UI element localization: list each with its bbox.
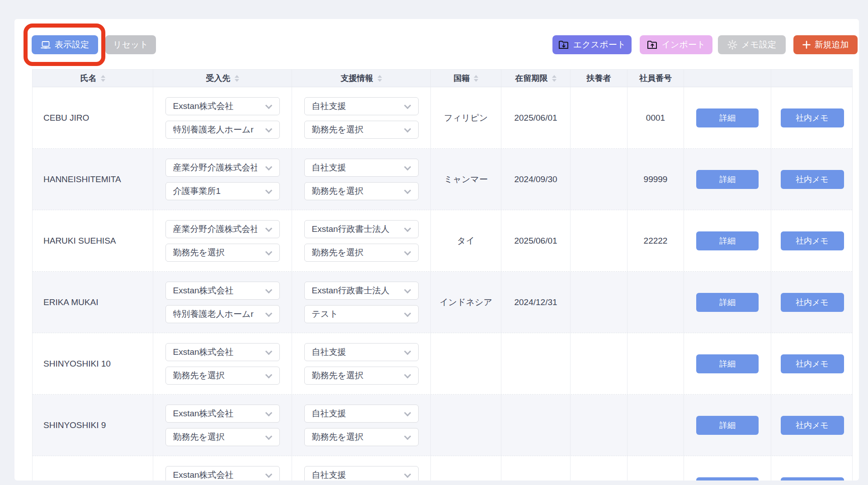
accept-office-select[interactable]: 特別養護老人ホームr [165, 121, 280, 139]
support-office-select[interactable]: 勤務先を選択 [304, 367, 419, 385]
accept-destination-cell: 産業分野介護株式会社 勤務先を選択 [153, 210, 292, 271]
internal-memo-button[interactable]: 社内メモ [781, 231, 844, 250]
sort-arrows-icon [101, 75, 105, 82]
support-office-value: 勤務先を選択 [312, 370, 363, 381]
employee-number-cell [627, 395, 684, 456]
column-header-2[interactable]: 支援情報 [292, 70, 431, 87]
internal-memo-button[interactable]: 社内メモ [781, 354, 844, 373]
reset-label: リセット [113, 39, 148, 51]
table-row: CEBU JIRO Exstan株式会社 特別養護老人ホームr 自社支援 勤務先… [33, 87, 852, 149]
accept-company-select[interactable]: Exstan株式会社 [165, 97, 280, 115]
accept-office-select[interactable]: 勤務先を選択 [165, 367, 280, 385]
detail-cell: 詳細 [684, 87, 771, 148]
support-company-select[interactable]: Exstan行政書士法人 [304, 282, 419, 300]
employee-name-cell: HANNEISHITEMITA [33, 149, 153, 210]
detail-button[interactable]: 詳細 [696, 231, 759, 250]
accept-destination-cell: Exstan株式会社 特別養護老人ホームr [153, 87, 292, 148]
employee-name-cell: CEBU JIRO [33, 87, 153, 148]
accept-destination-cell: 産業分野介護株式会社 介護事業所1 [153, 149, 292, 210]
employee-name-cell: SHINYOSHIKI 9 [33, 395, 153, 456]
display-settings-button[interactable]: 表示設定 [32, 35, 98, 54]
accept-company-select[interactable]: Exstan株式会社 [165, 466, 280, 480]
detail-button[interactable]: 詳細 [696, 108, 759, 127]
table-row: HARUKI SUEHISA 産業分野介護株式会社 勤務先を選択 Exstan行… [33, 210, 852, 272]
internal-memo-button[interactable]: 社内メモ [781, 477, 844, 481]
chevron-down-icon [404, 187, 411, 194]
column-header-7 [684, 70, 771, 87]
detail-button[interactable]: 詳細 [696, 293, 759, 312]
memo-cell: 社内メモ [771, 149, 853, 210]
table-row: SHINYOSHIKI 10 Exstan株式会社 勤務先を選択 自社支援 勤務… [33, 333, 852, 395]
internal-memo-button[interactable]: 社内メモ [781, 293, 844, 312]
column-header-label: 支援情報 [341, 73, 373, 84]
chevron-down-icon [265, 249, 272, 256]
internal-memo-button[interactable]: 社内メモ [781, 108, 844, 127]
column-header-3[interactable]: 国籍 [431, 70, 501, 87]
detail-button[interactable]: 詳細 [696, 354, 759, 373]
column-header-label: 在留期限 [515, 73, 548, 84]
accept-company-select[interactable]: 産業分野介護株式会社 [165, 220, 280, 238]
support-office-select[interactable]: 勤務先を選択 [304, 182, 419, 200]
support-company-select[interactable]: 自社支援 [304, 343, 419, 361]
support-company-select[interactable]: 自社支援 [304, 159, 419, 177]
employee-name: SHINYOSHIKI 10 [43, 359, 111, 369]
accept-company-select[interactable]: Exstan株式会社 [165, 405, 280, 423]
accept-company-select[interactable]: Exstan株式会社 [165, 343, 280, 361]
chevron-down-icon [404, 410, 411, 417]
internal-memo-button[interactable]: 社内メモ [781, 416, 844, 435]
reset-button[interactable]: リセット [105, 35, 156, 54]
support-info-cell: 自社支援 勤務先を選択 [292, 333, 431, 394]
support-info-cell: 自社支援 [292, 456, 431, 480]
nationality-cell [431, 395, 501, 456]
support-office-select[interactable]: テスト [304, 305, 419, 323]
column-header-label: 社員番号 [639, 73, 672, 84]
support-office-select[interactable]: 勤務先を選択 [304, 428, 419, 446]
accept-office-select[interactable]: 勤務先を選択 [165, 244, 280, 262]
sort-arrows-icon [377, 75, 382, 82]
support-company-select[interactable]: 自社支援 [304, 97, 419, 115]
dependents-cell [571, 210, 627, 271]
support-company-select[interactable]: 自社支援 [304, 466, 419, 480]
support-office-select[interactable]: 勤務先を選択 [304, 244, 419, 262]
accept-company-value: Exstan株式会社 [173, 346, 234, 358]
support-office-select[interactable]: 勤務先を選択 [304, 121, 419, 139]
chevron-down-icon [404, 372, 411, 379]
accept-company-value: Exstan株式会社 [173, 469, 234, 480]
memo-settings-button[interactable]: メモ設定 [718, 35, 786, 54]
accept-office-value: 介護事業所1 [173, 185, 221, 197]
chevron-down-icon [265, 287, 272, 294]
detail-button[interactable]: 詳細 [696, 416, 759, 435]
accept-company-select[interactable]: 産業分野介護株式会社 [165, 159, 280, 177]
chevron-down-icon [265, 410, 272, 417]
detail-cell: 詳細 [684, 395, 771, 456]
memo-cell: 社内メモ [771, 210, 853, 271]
column-header-1[interactable]: 受入先 [153, 70, 292, 87]
support-company-select[interactable]: Exstan行政書士法人 [304, 220, 419, 238]
internal-memo-button[interactable]: 社内メモ [781, 170, 844, 189]
accept-company-select[interactable]: Exstan株式会社 [165, 282, 280, 300]
import-button[interactable]: インポート [640, 35, 712, 54]
export-button[interactable]: エクスポート [552, 35, 632, 54]
accept-office-select[interactable]: 勤務先を選択 [165, 428, 280, 446]
support-info-cell: 自社支援 勤務先を選択 [292, 395, 431, 456]
chevron-down-icon [265, 126, 272, 133]
export-label: エクスポート [573, 39, 626, 51]
dependents-cell [571, 395, 627, 456]
detail-button[interactable]: 詳細 [696, 477, 759, 481]
residence-deadline-cell [501, 456, 571, 480]
column-header-4[interactable]: 在留期限 [501, 70, 571, 87]
accept-destination-cell: Exstan株式会社 勤務先を選択 [153, 333, 292, 394]
column-header-label: 氏名 [80, 73, 97, 84]
memo-cell: 社内メモ [771, 87, 853, 148]
detail-button[interactable]: 詳細 [696, 170, 759, 189]
residence-deadline-cell: 2025/06/01 [501, 210, 571, 271]
support-company-select[interactable]: 自社支援 [304, 405, 419, 423]
column-header-0[interactable]: 氏名 [33, 70, 153, 87]
support-company-value: Exstan行政書士法人 [312, 223, 390, 235]
accept-office-select[interactable]: 特別養護老人ホームr [165, 305, 280, 323]
accept-office-select[interactable]: 介護事業所1 [165, 182, 280, 200]
table-row: Exstan株式会社 自社支援 詳細 社内メモ [33, 456, 852, 480]
chevron-down-icon [404, 310, 411, 317]
dependents-cell [571, 456, 627, 480]
add-new-button[interactable]: 新規追加 [793, 35, 858, 54]
